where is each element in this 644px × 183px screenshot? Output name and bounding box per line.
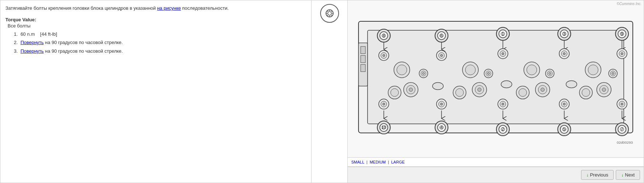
svg-text:3: 3 xyxy=(563,31,565,36)
svg-point-52 xyxy=(563,53,565,55)
svg-point-96 xyxy=(432,82,443,90)
nav-buttons: ↓ Previous ↓ Next xyxy=(348,167,644,183)
svg-rect-15 xyxy=(361,65,365,72)
svg-point-1 xyxy=(328,12,331,15)
svg-point-87 xyxy=(602,88,606,91)
prev-arrow-icon: ↓ xyxy=(586,173,589,178)
svg-rect-13 xyxy=(361,47,365,54)
intro-link: на рисунке xyxy=(157,5,181,11)
svg-point-75 xyxy=(612,73,614,75)
svg-point-104 xyxy=(440,103,442,105)
svg-point-61 xyxy=(527,65,537,75)
svg-point-84 xyxy=(541,88,545,91)
next-button[interactable]: ↓ Next xyxy=(616,170,640,180)
previous-label: Previous xyxy=(590,172,609,178)
svg-point-59 xyxy=(465,65,475,75)
medium-link[interactable]: MEDIUM xyxy=(370,160,386,164)
rotate-text-1: на 90 градусов по часовой стрелке. xyxy=(45,40,123,45)
torque-list: 1. 60 n.m [44 ft-lb] 2. Повернуть на 90 … xyxy=(13,31,306,55)
list-item: 1. 60 n.m [44 ft-lb] xyxy=(13,31,306,38)
small-link[interactable]: SMALL xyxy=(351,160,364,164)
large-link[interactable]: LARGE xyxy=(391,160,404,164)
torque-value-ft: [44 ft-lb] xyxy=(36,31,57,37)
list-num: 1. xyxy=(13,31,18,38)
separator-2: | xyxy=(388,160,389,164)
intro-text-before: Затягивайте болты крепления головки блок… xyxy=(5,5,156,11)
svg-text:4: 4 xyxy=(440,125,443,130)
svg-point-55 xyxy=(621,53,623,55)
separator-1: | xyxy=(367,160,368,164)
svg-rect-14 xyxy=(361,56,365,63)
list-num: 2. xyxy=(13,39,18,47)
torque-label: Torque Value: xyxy=(5,17,306,22)
svg-line-6 xyxy=(327,11,328,12)
previous-button[interactable]: ↓ Previous xyxy=(581,170,614,180)
diagram-area: ©Cummins Inc. 8 xyxy=(348,0,644,158)
wrench-icon xyxy=(320,4,339,23)
rotate-link-2[interactable]: Повернуть xyxy=(21,48,44,54)
svg-text:10: 10 xyxy=(381,125,386,130)
svg-point-101 xyxy=(383,103,385,105)
torque-all-bolts: Все болты xyxy=(8,23,306,29)
svg-point-97 xyxy=(501,80,512,88)
size-links: SMALL | MEDIUM | LARGE xyxy=(348,158,644,167)
svg-text:8: 8 xyxy=(382,33,385,38)
wrench-svg xyxy=(324,8,335,19)
svg-point-95 xyxy=(582,88,590,96)
svg-point-43 xyxy=(383,55,385,57)
copyright-text: ©Cummins Inc. xyxy=(617,2,642,6)
svg-point-89 xyxy=(391,88,399,96)
intro-text-after: последовательности. xyxy=(182,5,229,11)
rotate-link-1[interactable]: Повернуть xyxy=(21,40,44,45)
svg-point-49 xyxy=(502,53,504,55)
svg-point-57 xyxy=(397,65,407,75)
svg-text:2: 2 xyxy=(502,127,504,132)
svg-point-93 xyxy=(519,88,527,96)
svg-line-8 xyxy=(331,11,332,12)
svg-text:1: 1 xyxy=(502,31,504,36)
svg-point-66 xyxy=(422,73,424,75)
page-container: Затягивайте болты крепления головки блок… xyxy=(0,0,644,183)
middle-panel xyxy=(312,0,348,183)
svg-point-72 xyxy=(549,73,551,75)
svg-point-81 xyxy=(478,88,481,91)
svg-text:5: 5 xyxy=(563,127,565,132)
svg-point-98 xyxy=(566,80,577,88)
svg-rect-11 xyxy=(368,30,624,124)
next-label: Next xyxy=(625,172,635,178)
right-panel: ©Cummins Inc. 8 xyxy=(348,0,644,183)
svg-point-113 xyxy=(621,103,623,105)
engine-diagram: 8 6 1 3 9 xyxy=(348,0,644,157)
svg-point-107 xyxy=(502,103,504,105)
svg-point-46 xyxy=(440,55,442,57)
rotate-text-2: на 90 градусов по часовой стрелке. xyxy=(45,48,123,54)
list-num: 3. xyxy=(13,48,18,55)
svg-text:7: 7 xyxy=(621,127,623,132)
list-item: 2. Повернуть на 90 градусов по часовой с… xyxy=(13,39,306,47)
svg-text:6: 6 xyxy=(440,33,443,38)
svg-text:02d00293: 02d00293 xyxy=(617,140,633,144)
next-arrow-icon: ↓ xyxy=(621,173,623,178)
svg-point-63 xyxy=(588,65,598,75)
svg-point-110 xyxy=(563,103,565,105)
svg-point-78 xyxy=(409,88,413,91)
intro-text: Затягивайте болты крепления головки блок… xyxy=(5,5,306,12)
svg-point-69 xyxy=(487,73,490,75)
svg-text:9: 9 xyxy=(621,31,623,36)
left-panel: Затягивайте болты крепления головки блок… xyxy=(0,0,312,183)
svg-line-9 xyxy=(327,15,328,16)
list-item: 3. Повернуть на 90 градусов по часовой с… xyxy=(13,48,306,55)
torque-value-nm: 60 n.m xyxy=(21,31,35,37)
svg-point-91 xyxy=(456,88,463,96)
svg-line-7 xyxy=(331,15,332,16)
